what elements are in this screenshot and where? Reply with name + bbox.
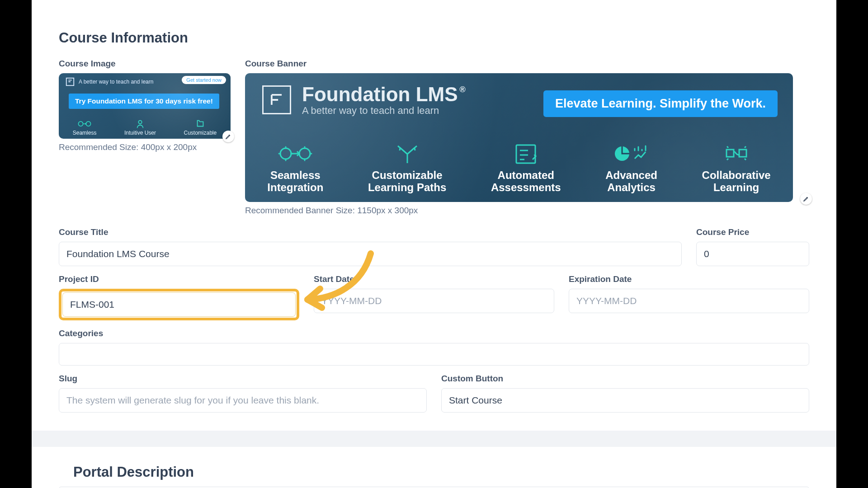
course-image-cta: Try Foundation LMS for 30 days risk free…	[69, 94, 219, 109]
feature-advanced-analytics: Advanced Analytics	[605, 141, 657, 194]
feature-collaborative-learning: Collaborative Learning	[702, 141, 771, 194]
label-custom-button: Custom Button	[441, 374, 809, 384]
custom-button-input[interactable]	[441, 388, 809, 413]
logo-icon	[65, 77, 75, 87]
svg-rect-0	[66, 78, 74, 86]
banner-subtitle: A better way to teach and learn	[302, 105, 466, 117]
course-banner-preview[interactable]: Foundation LMS ® A better way to teach a…	[245, 73, 793, 202]
get-started-pill: Get started now	[182, 76, 226, 84]
label-project-id: Project ID	[59, 274, 299, 284]
svg-point-4	[280, 148, 291, 159]
svg-point-2	[86, 122, 90, 126]
svg-point-5	[299, 148, 310, 159]
course-image-subtitle: A better way to teach and learn	[79, 79, 153, 85]
label-expiration-date: Expiration Date	[569, 274, 809, 284]
feature-learning-paths: Customizable Learning Paths	[368, 141, 446, 194]
course-price-input[interactable]	[696, 242, 809, 266]
chip-seamless: Seamless	[73, 119, 97, 136]
banner-brand: Foundation LMS	[302, 83, 458, 106]
section-title-course-info: Course Information	[59, 30, 809, 46]
label-categories: Categories	[59, 328, 809, 338]
svg-point-1	[78, 122, 83, 126]
registered-mark: ®	[460, 85, 466, 94]
project-id-input[interactable]	[62, 292, 296, 317]
edit-course-image-button[interactable]	[222, 131, 234, 142]
label-course-price: Course Price	[696, 227, 809, 237]
slug-input[interactable]	[59, 388, 427, 413]
svg-point-3	[138, 121, 142, 124]
label-start-date: Start Date	[314, 274, 554, 284]
label-slug: Slug	[59, 374, 427, 384]
start-date-input[interactable]	[314, 289, 554, 313]
svg-rect-6	[516, 145, 535, 163]
pencil-icon	[803, 196, 809, 202]
chip-customizable: Customizable	[184, 119, 217, 136]
banner-logo-icon	[262, 85, 291, 114]
feature-automated-assessments: Automated Assessments	[491, 141, 561, 194]
pencil-icon	[225, 133, 231, 140]
label-course-banner: Course Banner	[245, 59, 809, 69]
banner-tagline: Elevate Learning. Simplify the Work.	[543, 90, 778, 117]
course-image-preview[interactable]: A better way to teach and learn Get star…	[59, 73, 231, 139]
categories-input[interactable]	[59, 343, 809, 366]
highlight-project-id	[59, 289, 299, 320]
course-title-input[interactable]	[59, 242, 682, 266]
edit-course-banner-button[interactable]	[800, 193, 812, 205]
hint-course-image-size: Recommended Size: 400px x 200px	[59, 142, 231, 152]
expiration-date-input[interactable]	[569, 289, 809, 313]
label-course-image: Course Image	[59, 59, 231, 69]
hint-course-banner-size: Recommended Banner Size: 1150px x 300px	[245, 206, 809, 216]
feature-seamless-integration: Seamless Integration	[267, 141, 323, 194]
chip-intuitive: Intuitive User	[124, 119, 156, 136]
label-course-title: Course Title	[59, 227, 682, 237]
section-title-portal-description: Portal Description	[59, 447, 809, 487]
